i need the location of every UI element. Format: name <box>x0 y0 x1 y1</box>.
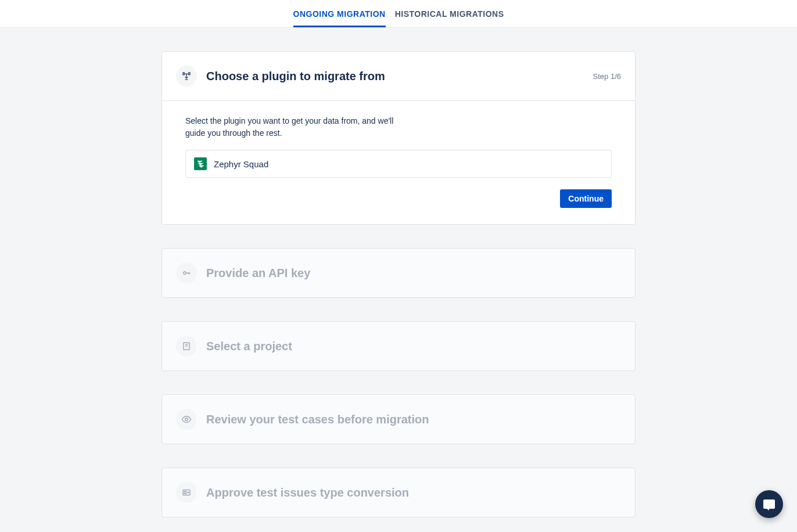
tabs-bar: ONGOING MIGRATION HISTORICAL MIGRATIONS <box>0 0 797 28</box>
step-title: Review your test cases before migration <box>206 413 621 426</box>
svg-point-0 <box>184 272 186 275</box>
step-title: Approve test issues type conversion <box>206 486 621 499</box>
step-header: Approve test issues type conversion <box>162 468 635 517</box>
step-card-choose-plugin: Choose a plugin to migrate from Step 1/6… <box>161 51 636 225</box>
eye-icon <box>176 409 197 430</box>
step-title: Choose a plugin to migrate from <box>206 70 584 83</box>
step-counter: Step 1/6 <box>593 72 621 81</box>
step-card-approve-conversion: Approve test issues type conversion <box>161 468 636 517</box>
zephyr-icon <box>194 157 207 170</box>
actions: Continue <box>185 189 612 208</box>
step-description: Select the plugin you want to get your d… <box>185 115 394 139</box>
step-body: Select the plugin you want to get your d… <box>162 100 635 224</box>
step-header: Review your test cases before migration <box>162 395 635 444</box>
step-card-select-project: Select a project <box>161 321 636 371</box>
step-header: Select a project <box>162 322 635 371</box>
project-icon <box>176 336 197 357</box>
key-icon <box>176 263 197 283</box>
conversion-icon <box>176 482 197 503</box>
download-icon <box>176 66 197 87</box>
chat-icon <box>762 497 776 511</box>
continue-button[interactable]: Continue <box>560 189 612 208</box>
chat-launcher[interactable] <box>755 490 783 518</box>
step-header: Choose a plugin to migrate from Step 1/6 <box>162 52 635 100</box>
step-card-api-key: Provide an API key <box>161 248 636 298</box>
step-title: Select a project <box>206 340 621 353</box>
main-content: Choose a plugin to migrate from Step 1/6… <box>161 28 636 532</box>
plugin-name: Zephyr Squad <box>214 159 268 169</box>
step-title: Provide an API key <box>206 267 621 280</box>
tab-ongoing-migration[interactable]: ONGOING MIGRATION <box>293 0 386 27</box>
step-card-review-testcases: Review your test cases before migration <box>161 394 636 444</box>
step-header: Provide an API key <box>162 249 635 297</box>
plugin-select[interactable]: Zephyr Squad <box>185 150 612 178</box>
tab-historical-migrations[interactable]: HISTORICAL MIGRATIONS <box>395 0 504 27</box>
svg-rect-6 <box>184 491 186 494</box>
svg-point-4 <box>185 418 188 421</box>
